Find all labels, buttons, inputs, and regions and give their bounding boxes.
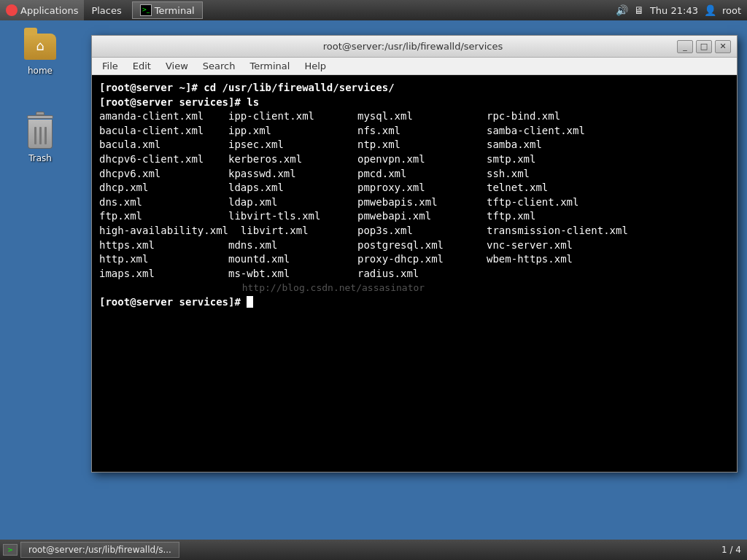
- display-icon: 🖥: [634, 4, 644, 16]
- terminal-menubar: File Edit View Search Terminal Help: [92, 58, 737, 75]
- menu-edit[interactable]: Edit: [125, 59, 158, 73]
- applications-label: Applications: [20, 5, 78, 16]
- trash-body: [28, 120, 53, 149]
- menu-file[interactable]: File: [95, 59, 125, 73]
- volume-icon: 🔊: [616, 4, 628, 16]
- menu-terminal[interactable]: Terminal: [242, 59, 297, 73]
- minimize-button[interactable]: _: [677, 40, 693, 53]
- trash-desktop-icon[interactable]: Trash: [15, 117, 66, 163]
- applications-menu[interactable]: Applications: [0, 0, 84, 20]
- trash-handle: [36, 112, 44, 115]
- desktop-icons: ⌂ home Trash: [15, 29, 66, 163]
- trash-line-2: [39, 127, 42, 144]
- trash-line-1: [34, 127, 36, 144]
- task-label: root@server:/usr/lib/firewalld/s...: [28, 545, 171, 555]
- taskbar-right: 🔊 🖥 Thu 21:43 👤 root: [616, 4, 747, 16]
- terminal-content[interactable]: [root@server ~]# cd /usr/lib/firewalld/s…: [92, 75, 737, 472]
- terminal-window: root@server:/usr/lib/firewalld/services …: [91, 35, 738, 472]
- places-label: Places: [91, 5, 121, 16]
- home-label: home: [28, 66, 53, 76]
- menu-search[interactable]: Search: [196, 59, 243, 73]
- home-desktop-icon[interactable]: ⌂ home: [15, 29, 66, 76]
- applications-icon: [6, 4, 18, 16]
- taskbar-left: Applications Places >_ Terminal: [0, 0, 206, 20]
- trash-label: Trash: [28, 153, 52, 163]
- house-symbol: ⌂: [36, 38, 44, 53]
- taskbar-bottom-left: > root@server:/usr/lib/firewalld/s...: [0, 542, 179, 558]
- maximize-button[interactable]: □: [696, 40, 712, 53]
- places-menu[interactable]: Places: [85, 0, 127, 20]
- terminal-menu[interactable]: >_ Terminal: [132, 1, 203, 19]
- menu-view[interactable]: View: [158, 59, 196, 73]
- taskbar-bottom-right: 1 / 4: [721, 545, 747, 555]
- username: root: [722, 5, 741, 16]
- terminal-title: root@server:/usr/lib/firewalld/services: [149, 41, 677, 52]
- terminal-titlebar: root@server:/usr/lib/firewalld/services …: [92, 36, 737, 58]
- page-indicator: 1 / 4: [721, 545, 741, 555]
- menu-help[interactable]: Help: [297, 59, 333, 73]
- terminal-icon: >_: [140, 4, 152, 16]
- top-taskbar: Applications Places >_ Terminal 🔊 🖥 Thu …: [0, 0, 747, 20]
- close-button[interactable]: ✕: [715, 40, 731, 53]
- trash-lid: [27, 115, 53, 119]
- user-icon: 👤: [704, 4, 716, 16]
- trash-line-3: [44, 127, 47, 144]
- taskbar-task-button[interactable]: root@server:/usr/lib/firewalld/s...: [20, 542, 179, 558]
- bottom-terminal-icon: >: [3, 544, 18, 556]
- terminal-icon-small: >: [7, 546, 13, 553]
- terminal-text: [root@server ~]# cd /usr/lib/firewalld/s…: [99, 81, 729, 310]
- terminal-label: Terminal: [155, 5, 195, 16]
- trash-icon-img: [23, 117, 58, 152]
- clock: Thu 21:43: [650, 5, 698, 16]
- window-controls: _ □ ✕: [677, 40, 731, 53]
- home-icon-img: ⌂: [23, 29, 58, 64]
- folder-icon: ⌂: [24, 34, 56, 60]
- bottom-taskbar: > root@server:/usr/lib/firewalld/s... 1 …: [0, 540, 747, 560]
